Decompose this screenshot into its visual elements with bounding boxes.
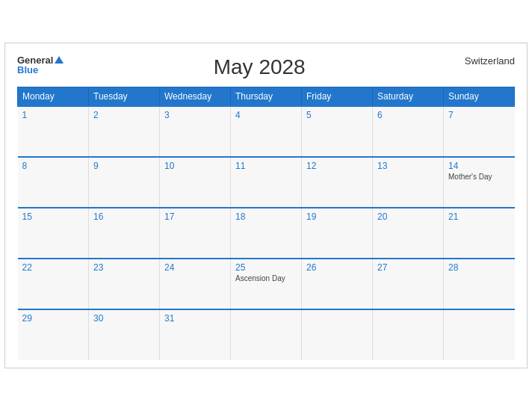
calendar-cell: 30 <box>89 309 160 360</box>
day-number: 9 <box>93 161 155 171</box>
weekday-header-thursday: Thursday <box>231 87 302 107</box>
day-number: 23 <box>93 262 155 273</box>
day-number: 10 <box>164 161 226 171</box>
weekday-header-sunday: Sunday <box>444 87 515 107</box>
calendar-cell: 17 <box>160 208 231 259</box>
calendar-cell: 1 <box>18 106 89 157</box>
day-number: 30 <box>93 313 155 324</box>
day-number: 7 <box>448 110 510 120</box>
day-number: 26 <box>306 262 368 273</box>
day-number: 2 <box>93 110 155 120</box>
weekday-header-saturday: Saturday <box>373 87 444 107</box>
calendar-header: General Blue May 2028 Switzerland <box>17 55 515 79</box>
calendar-country: Switzerland <box>455 55 515 67</box>
week-row-2: 891011121314Mother's Day <box>18 157 515 208</box>
day-event: Ascension Day <box>235 274 297 282</box>
calendar-cell: 2 <box>89 106 160 157</box>
calendar-cell: 21 <box>444 208 515 259</box>
calendar-cell: 31 <box>160 309 231 360</box>
weekday-header-wednesday: Wednesday <box>160 87 231 107</box>
calendar-cell: 12 <box>302 157 373 208</box>
day-number: 22 <box>22 262 84 273</box>
calendar-cell: 8 <box>18 157 89 208</box>
calendar-cell: 22 <box>18 259 89 309</box>
calendar-cell: 7 <box>444 106 515 157</box>
day-number: 11 <box>235 161 297 171</box>
day-number: 14 <box>448 161 510 171</box>
logo-triangle-icon <box>55 56 64 64</box>
calendar-cell: 3 <box>160 106 231 157</box>
calendar-title: May 2028 <box>64 55 455 79</box>
calendar-cell: 20 <box>373 208 444 259</box>
calendar-cell: 25Ascension Day <box>231 259 302 309</box>
calendar-cell: 4 <box>231 106 302 157</box>
logo: General Blue <box>17 55 64 75</box>
calendar-cell <box>231 309 302 360</box>
day-event: Mother's Day <box>448 173 510 181</box>
calendar-cell: 15 <box>18 208 89 259</box>
calendar-cell: 24 <box>160 259 231 309</box>
week-row-3: 15161718192021 <box>18 208 515 259</box>
calendar-cell: 5 <box>302 106 373 157</box>
day-number: 20 <box>377 211 439 222</box>
day-number: 13 <box>377 161 439 171</box>
weekday-header-tuesday: Tuesday <box>89 87 160 107</box>
day-number: 4 <box>235 110 297 120</box>
day-number: 1 <box>22 110 84 120</box>
day-number: 5 <box>306 110 368 120</box>
day-number: 28 <box>448 262 510 273</box>
logo-blue-text: Blue <box>17 65 38 75</box>
week-row-5: 293031 <box>18 309 515 360</box>
calendar-cell: 29 <box>18 309 89 360</box>
calendar-cell <box>302 309 373 360</box>
calendar-cell: 16 <box>89 208 160 259</box>
week-row-4: 22232425Ascension Day262728 <box>18 259 515 309</box>
day-number: 18 <box>235 211 297 222</box>
day-number: 29 <box>22 313 84 324</box>
day-number: 8 <box>22 161 84 171</box>
day-number: 3 <box>164 110 226 120</box>
calendar-cell <box>444 309 515 360</box>
day-number: 24 <box>164 262 226 273</box>
day-number: 16 <box>93 211 155 222</box>
calendar-cell: 14Mother's Day <box>444 157 515 208</box>
weekday-header-monday: Monday <box>18 87 89 107</box>
day-number: 17 <box>164 211 226 222</box>
calendar-cell: 26 <box>302 259 373 309</box>
weekday-header-friday: Friday <box>302 87 373 107</box>
calendar-cell: 6 <box>373 106 444 157</box>
day-number: 12 <box>306 161 368 171</box>
calendar-cell: 10 <box>160 157 231 208</box>
day-number: 15 <box>22 211 84 222</box>
calendar-cell: 28 <box>444 259 515 309</box>
calendar-cell <box>373 309 444 360</box>
calendar-cell: 23 <box>89 259 160 309</box>
calendar-cell: 11 <box>231 157 302 208</box>
calendar-cell: 19 <box>302 208 373 259</box>
weekday-header-row: MondayTuesdayWednesdayThursdayFridaySatu… <box>18 87 515 107</box>
day-number: 27 <box>377 262 439 273</box>
day-number: 31 <box>164 313 226 324</box>
calendar-container: General Blue May 2028 Switzerland Monday… <box>4 43 528 368</box>
week-row-1: 1234567 <box>18 106 515 157</box>
calendar-table: MondayTuesdayWednesdayThursdayFridaySatu… <box>17 87 515 360</box>
day-number: 19 <box>306 211 368 222</box>
calendar-cell: 9 <box>89 157 160 208</box>
calendar-cell: 27 <box>373 259 444 309</box>
day-number: 6 <box>377 110 439 120</box>
calendar-cell: 13 <box>373 157 444 208</box>
day-number: 25 <box>235 262 297 273</box>
calendar-cell: 18 <box>231 208 302 259</box>
day-number: 21 <box>448 211 510 222</box>
